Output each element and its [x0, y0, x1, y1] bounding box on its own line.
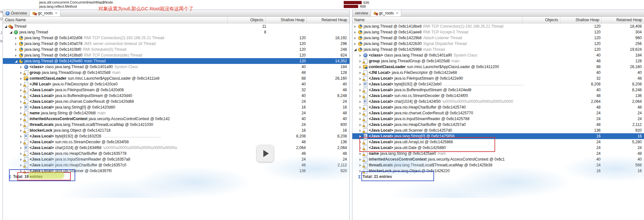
expand-arrow-icon[interactable]: [19, 146, 23, 150]
tab-overview[interactable]: Overview: [3, 10, 30, 16]
column-header-label[interactable]: Class Name: [3, 17, 228, 23]
expand-arrow-icon[interactable]: [353, 42, 358, 46]
tree-row[interactable]: inheritedAccessControlContextjava.securi…: [352, 156, 644, 162]
expand-arrow-icon[interactable]: [19, 65, 23, 69]
expand-arrow-icon[interactable]: [358, 59, 363, 63]
expand-arrow-icon[interactable]: [19, 100, 23, 104]
collapse-arrow-icon[interactable]: [14, 59, 18, 63]
tree-row[interactable]: <Java Local>java.io.FileInputStream @ 0x…: [352, 75, 644, 81]
tree-row[interactable]: <Java Local>java.nio.HeapCharBuffer @ 0x…: [352, 122, 644, 128]
expand-arrow-icon[interactable]: [358, 117, 363, 121]
tree-row[interactable]: <Java Local>byte[8192] @ 0x6c1632f28....…: [3, 133, 349, 139]
column-header-label[interactable]: Name: [352, 17, 522, 23]
tab-verview[interactable]: verview: [352, 10, 371, 16]
tree-row[interactable]: threadLocalsjava.lang.ThreadLocal$Thread…: [352, 162, 644, 168]
tree-row[interactable]: groupjava.lang.ThreadGroup @ 0x6c14025d8…: [352, 58, 644, 64]
expand-arrow-icon[interactable]: [19, 111, 23, 115]
tree-row[interactable]: <Java Local>java.nio.HeapCharBuffer @ 0x…: [3, 151, 349, 156]
tree-row[interactable]: inheritedAccessControlContextjava.securi…: [3, 116, 349, 122]
tree-row[interactable]: <class>class java.lang.Thread @ 0x6c1401…: [352, 52, 644, 58]
column-header-retained-heap[interactable]: Retained Heap: [307, 17, 349, 23]
tree-row[interactable]: <class>class java.lang.Thread @ 0x6c1401…: [3, 64, 349, 70]
expand-arrow-icon[interactable]: [358, 100, 363, 104]
collapse-arrow-icon[interactable]: [353, 48, 358, 52]
tree-row[interactable]: <JNI Local>java.io.FileDescriptor @ 0x6c…: [3, 81, 349, 87]
tree-row[interactable]: java.lang.Thread8: [3, 29, 349, 35]
tree-row[interactable]: <Java Local>java.lang.String[0] @ 0x6c14…: [3, 104, 349, 110]
tab-gc-roots[interactable]: gc_roots✕: [371, 10, 402, 16]
expand-arrow-icon[interactable]: [14, 53, 18, 57]
tree-row[interactable]: java.lang.Thread @ 0x6c1418be8RMI TCP Co…: [352, 23, 644, 29]
expand-arrow-icon[interactable]: [14, 42, 18, 46]
expand-arrow-icon[interactable]: [358, 65, 363, 69]
expand-arrow-icon[interactable]: [19, 128, 23, 133]
tree-row[interactable]: blockerLockjava.lang.Object @ 0x6c142171…: [3, 128, 349, 133]
expand-arrow-icon[interactable]: [19, 117, 23, 121]
expand-arrow-icon[interactable]: [19, 134, 23, 138]
tree-row[interactable]: java.lang.Thread @ 0x6c1420e60main Threa…: [3, 58, 349, 64]
tree-row[interactable]: java.lang.Thread @ 0x6c1422b30Signal Dis…: [352, 41, 644, 47]
expand-arrow-icon[interactable]: [353, 30, 358, 34]
expand-arrow-icon[interactable]: [358, 157, 363, 162]
expand-arrow-icon[interactable]: [358, 76, 363, 81]
column-header-objects[interactable]: Objects: [228, 17, 266, 23]
tree-row[interactable]: <Java Local>java.util.ArrayList @ 0x6c14…: [352, 139, 644, 145]
tree-row[interactable]: java.lang.Thread @ 0x6c1425968main Threa…: [352, 47, 644, 52]
tree-row[interactable]: java.lang.Thread @ 0x6c1402d08RMI TCP Co…: [3, 35, 349, 41]
tree-row[interactable]: <Java Local>java.util.Scanner @ 0x6c1425…: [352, 128, 644, 133]
tree-row[interactable]: <Java Local>char[1024] @ 0x6c1634f68\u00…: [3, 145, 349, 151]
collapse-arrow-icon[interactable]: [4, 24, 8, 29]
expand-arrow-icon[interactable]: [358, 140, 363, 144]
tree-row[interactable]: <Java Local>java.util.Date @ 0x6c1425880…: [352, 145, 644, 151]
tree-row[interactable]: <Java Local>java.io.InputStreamReader @ …: [3, 156, 349, 162]
tree-row[interactable]: java.lang.Thread @ 0x6c140a078JMX server…: [3, 41, 349, 47]
expand-arrow-icon[interactable]: [19, 105, 23, 110]
column-header-retained-heap[interactable]: Retained Heap: [602, 17, 644, 23]
expand-arrow-icon[interactable]: [358, 169, 363, 173]
tree-row[interactable]: contextClassLoadersun.misc.Launcher$AppC…: [3, 75, 349, 81]
tree-row[interactable]: blockerLockjava.lang.Object @ 0x6c142622…: [352, 168, 644, 174]
tree-row[interactable]: <Java Local>java.io.FileInputStream @ 0x…: [3, 87, 349, 93]
expand-arrow-icon[interactable]: [19, 94, 23, 98]
tree-row[interactable]: groupjava.lang.ThreadGroup @ 0x6c14025d8…: [3, 70, 349, 75]
expand-arrow-icon[interactable]: [19, 71, 23, 75]
expand-arrow-icon[interactable]: [19, 82, 23, 86]
tree-row[interactable]: java.lang.Thread @ 0x6c1410bf0RMI Schedu…: [3, 47, 349, 52]
tree-row[interactable]: <Java Local>java.nio.charset.CoderResult…: [352, 110, 644, 116]
expand-arrow-icon[interactable]: [19, 152, 23, 156]
tab-gc-roots[interactable]: gc_roots✕: [30, 10, 60, 16]
close-icon[interactable]: ✕: [396, 12, 399, 15]
tree-row[interactable]: <Java Local>java.util.Scanner @ 0x6c1635…: [3, 168, 349, 174]
expand-arrow-icon[interactable]: [358, 88, 363, 92]
tree-row[interactable]: <Java Local>java.nio.HeapCharBuffer @ 0x…: [352, 104, 644, 110]
collapse-arrow-icon[interactable]: [9, 30, 13, 34]
expand-arrow-icon[interactable]: [19, 157, 23, 162]
expand-arrow-icon[interactable]: [358, 94, 363, 98]
expand-arrow-icon[interactable]: [358, 82, 363, 86]
close-icon[interactable]: ✕: [55, 12, 58, 15]
expand-arrow-icon[interactable]: [358, 71, 363, 75]
expand-arrow-icon[interactable]: [358, 128, 363, 133]
expand-arrow-icon[interactable]: [19, 123, 23, 127]
column-header-shallow-heap[interactable]: Shallow Heap: [560, 17, 602, 23]
tree-row[interactable]: <Java Local>sun.nio.cs.StreamDecoder @ 0…: [352, 93, 644, 99]
tree-row[interactable]: <Java Local>java.nio.charset.CoderResult…: [3, 99, 349, 104]
tree-row[interactable]: <Java Local>java.io.BufferedInputStream …: [3, 93, 349, 99]
expand-arrow-icon[interactable]: [358, 163, 363, 167]
tree-row[interactable]: <Java Local>java.io.InputStreamReader @ …: [352, 116, 644, 122]
tree-row[interactable]: contextClassLoadersun.misc.Launcher$AppC…: [352, 64, 644, 70]
expand-arrow-icon[interactable]: [353, 24, 358, 29]
tree-row[interactable]: <Java Local>sun.nio.cs.StreamDecoder @ 0…: [3, 139, 349, 145]
expand-arrow-icon[interactable]: [358, 123, 363, 127]
tree-row[interactable]: <Java Local>java.io.BufferedInputStream …: [352, 87, 644, 93]
tree-row[interactable]: <Java Local>char[1024] @ 0x6c1424f30\u00…: [352, 99, 644, 104]
tree-row[interactable]: <Java Local>byte[8192] @ 0x6c1422eb0....…: [352, 81, 644, 87]
expand-arrow-icon[interactable]: [14, 36, 18, 40]
expand-arrow-icon[interactable]: [19, 163, 23, 167]
expand-arrow-icon[interactable]: [358, 111, 363, 115]
tree-row[interactable]: <Java Local>java.nio.HeapCharBuffer @ 0x…: [3, 162, 349, 168]
column-header-shallow-heap[interactable]: Shallow Heap: [266, 17, 307, 23]
column-header-objects[interactable]: Objects: [522, 17, 560, 23]
expand-arrow-icon[interactable]: [358, 134, 363, 138]
expand-arrow-icon[interactable]: [358, 152, 363, 156]
